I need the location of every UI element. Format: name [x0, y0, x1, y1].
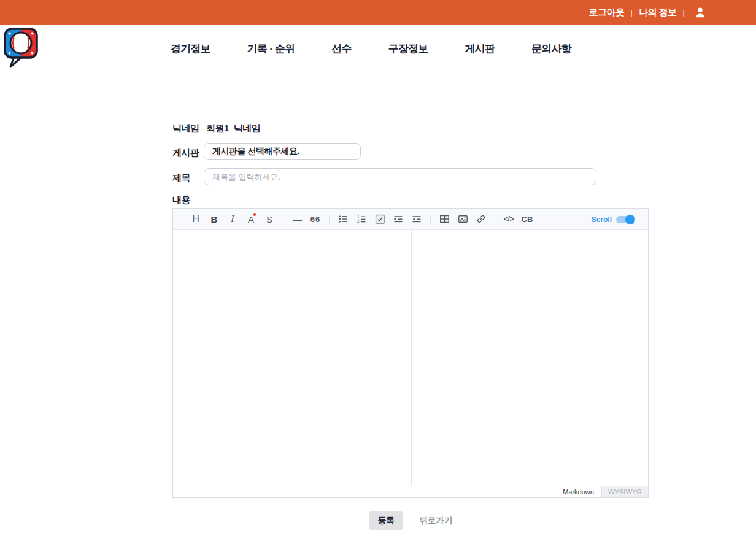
- svg-text:1: 1: [357, 215, 360, 219]
- outdent-button[interactable]: [407, 210, 426, 228]
- link-button[interactable]: [472, 210, 490, 228]
- editor-toolbar: H B I A S — 66 1 2: [173, 209, 648, 230]
- editor-body: [173, 230, 648, 486]
- table-icon: [439, 214, 450, 224]
- text-color-button[interactable]: A: [242, 210, 260, 228]
- content-editor: H B I A S — 66 1 2: [172, 208, 649, 498]
- site-logo[interactable]: [2, 26, 39, 71]
- nickname-value: 회원1_닉네임: [206, 123, 260, 134]
- unordered-list-button[interactable]: [334, 210, 352, 228]
- nickname-label: 닉네임: [172, 123, 199, 134]
- link-icon: [476, 214, 486, 224]
- inline-code-button[interactable]: </>: [500, 210, 518, 228]
- nav-item-game-info[interactable]: 경기정보: [171, 42, 210, 56]
- board-label: 게시판: [172, 147, 199, 159]
- mode-tab-markdown[interactable]: Markdown: [555, 486, 601, 497]
- main-nav: 경기정보 기록 · 순위 선수 구장정보 게시판 문의사항: [171, 25, 571, 72]
- blockquote-button[interactable]: 66: [306, 210, 325, 228]
- content-label: 내용: [172, 194, 190, 206]
- nav-item-records-rankings[interactable]: 기록 · 순위: [247, 42, 295, 56]
- indent-button[interactable]: [389, 210, 407, 228]
- nav-item-stadium-info[interactable]: 구장정보: [388, 42, 428, 56]
- logout-link[interactable]: 로그아웃: [589, 7, 625, 18]
- toolbar-divider: [283, 215, 284, 224]
- topbar: 로그아웃 | 나의 정보 |: [0, 0, 756, 25]
- topbar-separator: |: [631, 8, 633, 17]
- bold-button[interactable]: B: [205, 210, 223, 228]
- heading-button[interactable]: H: [187, 210, 205, 228]
- unordered-list-icon: [338, 214, 348, 224]
- task-list-icon: [375, 214, 385, 224]
- title-label: 제목: [172, 172, 190, 184]
- nav-item-board[interactable]: 게시판: [465, 42, 495, 56]
- table-button[interactable]: [435, 210, 453, 228]
- toolbar-divider: [495, 215, 495, 224]
- markdown-preview-pane: [412, 230, 648, 486]
- nav-item-players[interactable]: 선수: [331, 42, 351, 56]
- scroll-sync-label: Scroll: [592, 215, 612, 224]
- scroll-sync-knob: [625, 215, 635, 224]
- editor-mode-switch-bar: Markdown WYSIWYG: [173, 486, 648, 497]
- image-icon: [458, 214, 468, 224]
- board-select[interactable]: 게시판을 선택해주세요.: [204, 143, 361, 160]
- site-header: 경기정보 기록 · 순위 선수 구장정보 게시판 문의사항: [0, 25, 756, 72]
- toolbar-divider: [329, 215, 330, 224]
- toolbar-divider: [541, 215, 541, 224]
- code-block-button[interactable]: CB: [518, 210, 536, 228]
- strikethrough-button[interactable]: S: [260, 210, 279, 228]
- submit-button[interactable]: 등록: [369, 511, 403, 530]
- markdown-edit-pane[interactable]: [173, 230, 412, 486]
- color-dot-icon: [253, 213, 256, 216]
- toolbar-divider: [430, 215, 431, 224]
- scroll-sync-toggle[interactable]: Scroll: [592, 209, 634, 230]
- back-button[interactable]: 뒤로가기: [419, 515, 452, 526]
- svg-text:2: 2: [357, 219, 360, 223]
- form-actions: 등록 뒤로가기: [172, 511, 649, 530]
- image-button[interactable]: [453, 210, 472, 228]
- user-profile-icon[interactable]: [693, 6, 707, 19]
- horizontal-rule-button[interactable]: —: [288, 210, 306, 228]
- board-select-value: 게시판을 선택해주세요.: [212, 146, 299, 157]
- my-info-link[interactable]: 나의 정보: [639, 7, 677, 18]
- ordered-list-button[interactable]: 1 2: [352, 210, 371, 228]
- topbar-separator: |: [683, 8, 685, 17]
- mode-tab-wysiwyg[interactable]: WYSIWYG: [601, 486, 648, 497]
- italic-button[interactable]: I: [223, 210, 242, 228]
- indent-icon: [393, 214, 403, 224]
- title-input[interactable]: [204, 168, 596, 185]
- task-list-button[interactable]: [371, 210, 389, 228]
- outdent-icon: [412, 214, 422, 224]
- nav-item-inquiries[interactable]: 문의사항: [531, 42, 571, 56]
- ordered-list-icon: 1 2: [357, 214, 366, 224]
- scroll-sync-switch[interactable]: [616, 216, 634, 223]
